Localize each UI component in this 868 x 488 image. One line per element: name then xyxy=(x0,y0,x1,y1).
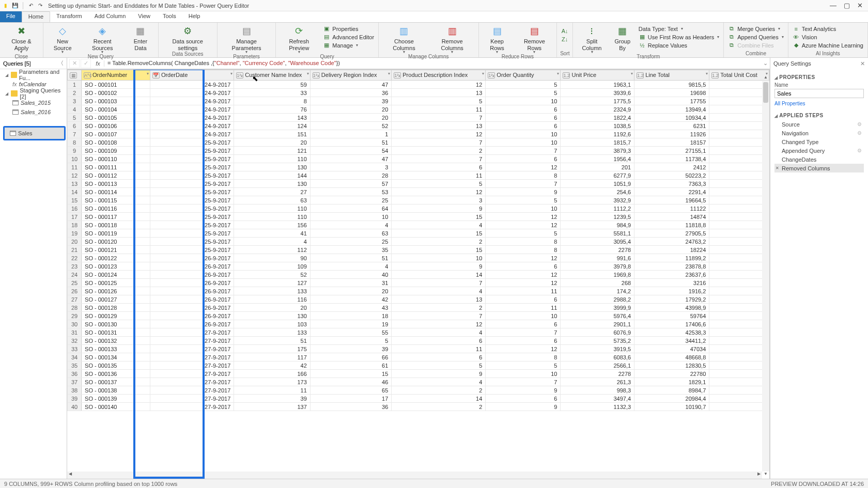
cell-tuc[interactable] xyxy=(709,262,769,271)
cell-up[interactable]: 1192,6 xyxy=(561,130,634,138)
cell-pdi[interactable]: 7 xyxy=(392,155,486,163)
cell-up[interactable]: 998,3 xyxy=(561,386,634,395)
cell-on[interactable]: SO - 000139 xyxy=(82,395,150,403)
cell-cni[interactable]: 130 xyxy=(234,180,311,188)
cell-pdi[interactable]: 3 xyxy=(392,196,486,204)
cell-oq[interactable]: 6 xyxy=(486,155,561,163)
table-row[interactable]: 12SO - 00011225-9-2017144281186277,95022… xyxy=(68,171,769,180)
cell-oq[interactable]: 5 xyxy=(486,89,561,97)
cell-cni[interactable]: 4 xyxy=(234,238,311,246)
cell-rn[interactable]: 4 xyxy=(68,105,82,114)
cell-on[interactable]: SO - 000120 xyxy=(82,238,150,246)
cell-od[interactable]: 27-9-2017 xyxy=(150,403,234,411)
step-removed-columns[interactable]: Removed Columns xyxy=(774,164,864,172)
cell-cni[interactable]: 116 xyxy=(234,295,311,304)
cell-od[interactable]: 26-9-2017 xyxy=(150,254,234,262)
gear-icon[interactable]: ⚙ xyxy=(857,121,862,127)
cell-tuc[interactable] xyxy=(709,196,769,204)
cell-rn[interactable]: 18 xyxy=(68,221,82,229)
cell-lt[interactable]: 8984,7 xyxy=(634,386,709,395)
cell-cni[interactable]: 117 xyxy=(234,353,311,361)
cell-od[interactable]: 25-9-2017 xyxy=(150,188,234,196)
cell-lt[interactable]: 9815,5 xyxy=(634,81,709,89)
cell-on[interactable]: SO - 000124 xyxy=(82,271,150,279)
cell-pdi[interactable]: 11 xyxy=(392,105,486,114)
filter-dropdown-icon[interactable]: ▾ xyxy=(307,71,309,76)
cell-od[interactable]: 25-9-2017 xyxy=(150,246,234,254)
cell-dri[interactable]: 39 xyxy=(310,97,391,105)
cell-up[interactable]: 2988,2 xyxy=(561,295,634,304)
cell-rn[interactable]: 16 xyxy=(68,204,82,213)
cell-dri[interactable]: 15 xyxy=(310,370,391,378)
cell-od[interactable]: 26-9-2017 xyxy=(150,320,234,328)
cell-lt[interactable]: 34411,2 xyxy=(634,337,709,345)
cell-od[interactable]: 27-9-2017 xyxy=(150,378,234,386)
cell-pdi[interactable]: 9 xyxy=(392,262,486,271)
cell-on[interactable]: SO - 000130 xyxy=(82,320,150,328)
step-source[interactable]: Source⚙ xyxy=(774,120,864,129)
cell-lt[interactable]: 7363,3 xyxy=(634,180,709,188)
cell-up[interactable]: 3879,3 xyxy=(561,147,634,155)
cell-cni[interactable]: 42 xyxy=(234,361,311,370)
cell-on[interactable]: SO - 000131 xyxy=(82,328,150,337)
cell-tuc[interactable] xyxy=(709,155,769,163)
cell-rn[interactable]: 27 xyxy=(68,295,82,304)
cell-dri[interactable]: 63 xyxy=(310,229,391,238)
cell-cni[interactable]: 121 xyxy=(234,147,311,155)
cell-oq[interactable]: 6 xyxy=(486,105,561,114)
step-changedates[interactable]: ChangeDates xyxy=(774,155,864,164)
cell-od[interactable]: 27-9-2017 xyxy=(150,395,234,403)
table-row[interactable]: 35SO - 00013527-9-20174261552566,112830,… xyxy=(68,361,769,370)
cell-cni[interactable]: 90 xyxy=(234,254,311,262)
cell-lt[interactable]: 20984,4 xyxy=(634,395,709,403)
group-by-button[interactable]: ▦Group By xyxy=(611,24,634,51)
cell-od[interactable]: 27-9-2017 xyxy=(150,337,234,345)
cell-tuc[interactable] xyxy=(709,254,769,262)
cell-oq[interactable]: 6 xyxy=(486,262,561,271)
table-row[interactable]: 2SO - 00010224-9-201733361353939,619698 xyxy=(68,89,769,97)
cell-pdi[interactable]: 9 xyxy=(392,204,486,213)
commit-formula-button[interactable]: ✓ xyxy=(81,59,91,68)
cell-od[interactable]: 25-9-2017 xyxy=(150,180,234,188)
cell-up[interactable]: 3939,6 xyxy=(561,89,634,97)
cell-cni[interactable]: 109 xyxy=(234,262,311,271)
cell-on[interactable]: SO - 000118 xyxy=(82,221,150,229)
cell-cni[interactable]: 112 xyxy=(234,246,311,254)
cell-lt[interactable]: 50223,2 xyxy=(634,171,709,180)
cell-tuc[interactable] xyxy=(709,345,769,353)
cell-pdi[interactable]: 4 xyxy=(392,378,486,386)
cell-on[interactable]: SO - 000128 xyxy=(82,304,150,312)
cell-pdi[interactable]: 5 xyxy=(392,97,486,105)
cell-rn[interactable]: 17 xyxy=(68,213,82,221)
cell-od[interactable]: 27-9-2017 xyxy=(150,345,234,353)
table-row[interactable]: 20SO - 00012025-9-2017425283095,424763,2 xyxy=(68,238,769,246)
cell-up[interactable]: 3979,8 xyxy=(561,262,634,271)
cell-tuc[interactable] xyxy=(709,213,769,221)
cell-tuc[interactable] xyxy=(709,188,769,196)
cell-pdi[interactable]: 2 xyxy=(392,403,486,411)
split-column-button[interactable]: ⫶Split Column▾ xyxy=(576,24,607,54)
enter-data-button[interactable]: ▦Enter Data xyxy=(126,24,155,51)
cell-cni[interactable]: 151 xyxy=(234,130,311,138)
cell-oq[interactable]: 9 xyxy=(486,386,561,395)
cell-up[interactable]: 2278 xyxy=(561,246,634,254)
column-header-cni[interactable]: 1²₃Customer Name Index▾ xyxy=(234,70,311,81)
cell-rn[interactable]: 1 xyxy=(68,81,82,89)
cell-oq[interactable]: 5 xyxy=(486,361,561,370)
table-row[interactable]: 32SO - 00013227-9-2017515665735,234411,2 xyxy=(68,337,769,345)
cell-dri[interactable]: 39 xyxy=(310,345,391,353)
cell-rn[interactable]: 13 xyxy=(68,180,82,188)
cell-oq[interactable]: 12 xyxy=(486,213,561,221)
cell-tuc[interactable] xyxy=(709,370,769,378)
cell-up[interactable]: 254,6 xyxy=(561,188,634,196)
cell-lt[interactable]: 18157 xyxy=(634,138,709,147)
cell-rn[interactable]: 35 xyxy=(68,361,82,370)
choose-columns-button[interactable]: ▥Choose Columns▾ xyxy=(382,24,426,54)
sort-desc-button[interactable]: Z↓ xyxy=(560,35,569,43)
filter-dropdown-icon[interactable]: ▾ xyxy=(147,71,149,76)
cell-dri[interactable]: 40 xyxy=(310,271,391,279)
cell-dri[interactable]: 1 xyxy=(310,130,391,138)
cell-on[interactable]: SO - 000119 xyxy=(82,229,150,238)
cell-pdi[interactable]: 9 xyxy=(392,370,486,378)
cell-on[interactable]: SO - 000114 xyxy=(82,188,150,196)
